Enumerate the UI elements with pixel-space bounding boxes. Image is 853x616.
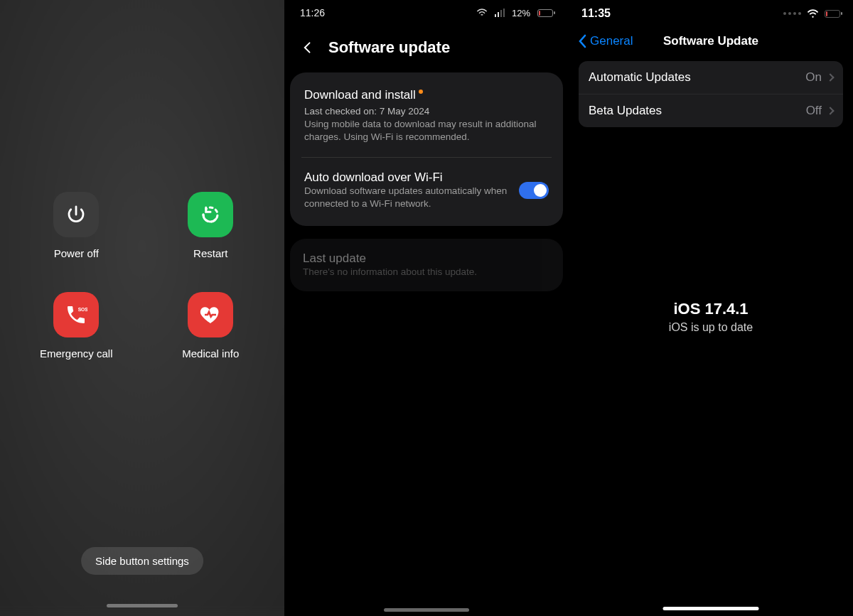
side-button-settings[interactable]: Side button settings <box>81 547 203 575</box>
automatic-updates-value: On <box>805 70 822 85</box>
ios-version: iOS 17.4.1 <box>569 300 853 318</box>
status-time: 11:26 <box>300 7 325 18</box>
auto-download-row[interactable]: Auto download over Wi-Fi Download softwa… <box>303 168 550 213</box>
battery-icon <box>825 10 840 18</box>
last-checked-text: Last checked on: 7 May 2024 <box>304 105 549 118</box>
automatic-updates-label: Automatic Updates <box>589 70 691 85</box>
status-time: 11:35 <box>581 7 611 20</box>
last-update-card[interactable]: Last update There's no information about… <box>290 239 563 291</box>
power-menu-grid: Power off Restart <box>0 0 284 360</box>
page-title: Software update <box>328 38 450 57</box>
download-install-title: Download and install <box>304 88 416 102</box>
divider <box>301 157 552 158</box>
home-indicator[interactable] <box>384 608 469 612</box>
android-power-menu: Power off Restart <box>0 0 284 616</box>
auto-download-title: Auto download over Wi-Fi <box>304 171 443 185</box>
restart-button[interactable]: Restart <box>188 192 233 259</box>
restart-icon <box>188 192 233 237</box>
power-off-label: Power off <box>54 247 99 259</box>
power-icon <box>53 192 99 237</box>
restart-label: Restart <box>193 247 227 259</box>
medical-info-button[interactable]: Medical info <box>182 292 239 360</box>
svg-rect-4 <box>503 9 505 17</box>
download-install-row[interactable]: Download and install Last checked on: 7 … <box>303 85 550 147</box>
beta-updates-label: Beta Updates <box>589 104 662 118</box>
update-card: Download and install Last checked on: 7 … <box>290 72 563 226</box>
cellular-dots-icon <box>783 12 801 15</box>
settings-list: Automatic Updates On Beta Updates Off <box>579 61 843 127</box>
download-note: Using mobile data to download may result… <box>304 118 549 144</box>
up-to-date-text: iOS is up to date <box>569 321 853 334</box>
page-header: Software update <box>284 18 569 70</box>
auto-download-sub: Download software updates automatically … <box>304 185 510 210</box>
chevron-right-icon <box>826 73 834 81</box>
ios-software-update: 11:35 General Software Update Automatic … <box>569 0 853 616</box>
wifi-icon <box>807 9 819 18</box>
medical-info-label: Medical info <box>182 347 239 360</box>
home-indicator[interactable] <box>663 607 759 610</box>
back-label: General <box>590 34 633 48</box>
signal-icon <box>495 9 505 17</box>
three-panel-layout: Power off Restart <box>0 0 853 616</box>
emergency-call-button[interactable]: SOS Emergency call <box>40 292 113 360</box>
svg-rect-1 <box>495 14 496 17</box>
notification-dot-icon <box>419 90 423 94</box>
side-button-settings-label: Side button settings <box>95 555 189 567</box>
svg-rect-3 <box>500 10 502 17</box>
status-bar: 11:35 <box>569 0 853 20</box>
status-bar: 11:26 12% <box>284 0 569 18</box>
battery-percent: 12% <box>512 8 530 18</box>
power-off-button[interactable]: Power off <box>53 192 99 259</box>
last-update-title: Last update <box>303 252 366 266</box>
back-button[interactable] <box>300 40 316 55</box>
page-title: Software Update <box>663 34 758 48</box>
back-button[interactable]: General <box>579 34 633 48</box>
update-status: iOS 17.4.1 iOS is up to date <box>569 300 853 334</box>
chevron-right-icon <box>826 107 834 114</box>
svg-text:SOS: SOS <box>78 307 87 312</box>
beta-updates-row[interactable]: Beta Updates Off <box>579 94 843 127</box>
home-indicator[interactable] <box>96 595 188 616</box>
phone-sos-icon: SOS <box>53 292 99 337</box>
svg-rect-2 <box>498 12 499 17</box>
android-software-update: 11:26 12% Software update Download <box>284 0 569 616</box>
heart-pulse-icon <box>188 292 233 337</box>
emergency-call-label: Emergency call <box>40 347 113 360</box>
svg-point-5 <box>812 16 813 17</box>
last-update-sub: There's no information about this update… <box>303 266 550 279</box>
auto-download-toggle[interactable] <box>519 182 549 199</box>
beta-updates-value: Off <box>806 104 822 118</box>
wifi-icon <box>476 9 488 17</box>
automatic-updates-row[interactable]: Automatic Updates On <box>579 61 843 94</box>
battery-icon <box>537 9 553 17</box>
nav-bar: General Software Update <box>569 20 853 58</box>
